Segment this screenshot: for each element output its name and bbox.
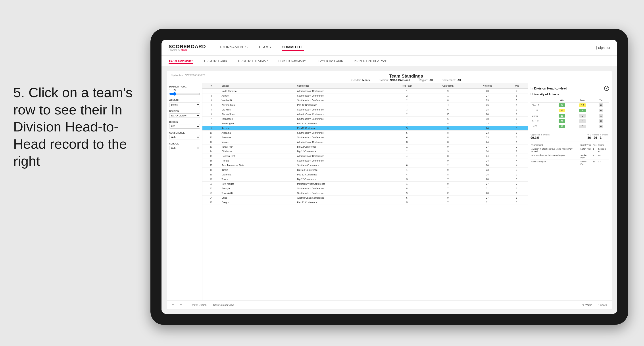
sign-out-link[interactable]: | Sign out bbox=[596, 46, 610, 49]
tournaments-section: Tournament Event Type Pos Score Jackson … bbox=[530, 141, 609, 166]
reg-rank-cell: 2 bbox=[387, 98, 427, 103]
conf-rank-cell: 6 bbox=[427, 117, 469, 121]
undo-button[interactable]: ↩ bbox=[170, 303, 175, 307]
share-button[interactable]: ↗ Share bbox=[596, 303, 608, 307]
table-row[interactable]: 6 Florida State Atlantic Coast Conferenc… bbox=[202, 112, 528, 117]
school-cell: California bbox=[220, 172, 296, 177]
conf-rank-cell: 9 bbox=[427, 149, 469, 154]
table-row[interactable]: 22 Georgia Southeastern Conference 8 7 2… bbox=[202, 186, 528, 191]
table-row[interactable]: 20 Texas Big 12 Conference 3 7 20 0 bbox=[202, 177, 528, 182]
rank-cell: 3 bbox=[202, 98, 220, 103]
table-row[interactable]: 13 Texas Tech Big 12 Conference 1 9 27 2 bbox=[202, 145, 528, 149]
redo-button[interactable]: ↪ bbox=[179, 303, 184, 307]
reg-rank-cell: 5 bbox=[387, 126, 427, 131]
gender-select[interactable]: Men's Women's bbox=[169, 103, 200, 107]
h2h-tie: 0 bbox=[593, 108, 609, 113]
school-cell: Washington bbox=[220, 121, 296, 126]
col-rank: # bbox=[202, 83, 220, 89]
win-cell: 1 bbox=[506, 195, 528, 200]
tournament-row: Cabo Collegiate Stroke Play 11 17 bbox=[530, 160, 609, 166]
conference-cell: Southern Conference bbox=[295, 163, 387, 168]
tourn-name: Arizona Thunderbirds Intercollegiate bbox=[530, 153, 580, 160]
reg-rank-cell: 1 bbox=[387, 145, 427, 149]
h2h-loss: 13 bbox=[572, 103, 593, 108]
rank-cell: 14 bbox=[202, 149, 220, 154]
table-row[interactable]: 11 Arkansas Southeastern Conference 6 8 … bbox=[202, 135, 528, 140]
sub-nav: TEAM SUMMARY TEAM H2H GRID TEAM H2H HEAT… bbox=[162, 56, 617, 66]
conf-rank-cell: 8 bbox=[427, 140, 469, 145]
nav-tournaments[interactable]: TOURNAMENTS bbox=[219, 44, 248, 51]
table-row[interactable]: 8 Washington Pac-12 Conference 2 8 23 1 bbox=[202, 121, 528, 126]
no-rnds-cell: 27 bbox=[469, 145, 506, 149]
col-conference: Conference bbox=[295, 83, 387, 89]
save-custom-button[interactable]: Save Custom View bbox=[212, 303, 235, 307]
rounds-slider[interactable] bbox=[169, 92, 200, 96]
conference-cell: Southeastern Conference bbox=[295, 135, 387, 140]
tourn-col-pos: Pos bbox=[592, 143, 598, 147]
table-row[interactable]: 23 Texas A&M Southeastern Conference 9 1… bbox=[202, 191, 528, 195]
panel-body: Minimum Rou... 4 – 20 Gender bbox=[167, 83, 612, 300]
region-select[interactable]: N/A All bbox=[169, 124, 200, 129]
table-row[interactable]: 7 Tennessee Southeastern Conference 4 6 … bbox=[202, 117, 528, 121]
h2h-range: Top 10 bbox=[530, 103, 552, 108]
school-cell: Georgia bbox=[220, 186, 296, 191]
sub-nav-player-h2h-grid[interactable]: PLAYER H2H GRID bbox=[316, 58, 343, 63]
table-row[interactable]: 5 Ole Miss Southeastern Conference 3 6 1… bbox=[202, 107, 528, 112]
table-row[interactable]: 15 Georgia Tech Atlantic Coast Conferenc… bbox=[202, 154, 528, 159]
table-row[interactable]: 18 Illinois Big Ten Conference 1 9 23 3 bbox=[202, 168, 528, 172]
sidebar-conference-filter: Conference (All) Atlantic Coast Conferen… bbox=[169, 132, 200, 139]
standings-body: 1 North Carolina Atlantic Coast Conferen… bbox=[202, 89, 528, 205]
win-cell: 1 bbox=[506, 191, 528, 195]
table-row[interactable]: 17 East Tennessee State Southern Confere… bbox=[202, 163, 528, 168]
table-row[interactable]: 24 Duke Atlantic Coast Conference 5 9 27… bbox=[202, 195, 528, 200]
rank-cell: 25 bbox=[202, 200, 220, 205]
conference-cell: Atlantic Coast Conference bbox=[295, 140, 387, 145]
table-row[interactable]: 25 Oregon Pac-12 Conference 5 7 21 0 bbox=[202, 200, 528, 205]
table-row[interactable]: 14 Oklahoma Big 12 Conference 2 9 24 2 bbox=[202, 149, 528, 154]
table-row[interactable]: 21 New Mexico Mountain West Conference 1… bbox=[202, 182, 528, 186]
conf-rank-cell: 9 bbox=[427, 195, 469, 200]
panel-header: Update time: 27/03/2024 16:56:26 Team St… bbox=[167, 71, 612, 83]
sub-nav-team-h2h-grid[interactable]: TEAM H2H GRID bbox=[204, 58, 227, 63]
tourn-type: Stroke Play bbox=[580, 160, 592, 166]
win-cell: 1 bbox=[506, 112, 528, 117]
sub-nav-player-summary[interactable]: PLAYER SUMMARY bbox=[278, 58, 306, 63]
sub-nav-team-h2h-heatmap[interactable]: TEAM H2H HEATMAP bbox=[238, 58, 268, 63]
conference-select[interactable]: (All) Atlantic Coast Conference Southeas… bbox=[169, 135, 200, 139]
rank-cell: 12 bbox=[202, 140, 220, 145]
h2h-row: 26-50 25 2 1 bbox=[530, 113, 609, 118]
table-row[interactable]: 1 North Carolina Atlantic Coast Conferen… bbox=[202, 89, 528, 93]
school-cell: Oklahoma bbox=[220, 149, 296, 154]
win-cell: 0 bbox=[506, 177, 528, 182]
nav-teams[interactable]: TEAMS bbox=[258, 44, 271, 51]
table-row[interactable]: 3 Vanderbilt Southeastern Conference 2 8… bbox=[202, 98, 528, 103]
table-row[interactable]: 4 Arizona State Pac-12 Conference 4 4 26… bbox=[202, 103, 528, 107]
table-row[interactable]: 16 Florida Southeastern Conference 7 9 2… bbox=[202, 159, 528, 163]
rank-cell: 13 bbox=[202, 145, 220, 149]
watch-button[interactable]: 👁 Watch bbox=[581, 303, 594, 307]
nav-committee[interactable]: COMMITTEE bbox=[282, 44, 304, 51]
view-original-button[interactable]: View: Original bbox=[191, 303, 208, 307]
table-row[interactable]: 2 Auburn Southeastern Conference 2 1 27 … bbox=[202, 93, 528, 98]
sub-nav-player-h2h-heatmap[interactable]: PLAYER H2H HEATMAP bbox=[354, 58, 387, 63]
logo-title: SCOREBOARD bbox=[168, 44, 206, 49]
school-select[interactable]: (All) bbox=[169, 146, 200, 150]
table-row[interactable]: 12 Virginia Atlantic Coast Conference 3 … bbox=[202, 140, 528, 145]
nav-items: TOURNAMENTS TEAMS COMMITTEE bbox=[219, 44, 583, 51]
no-rnds-cell: 21 bbox=[469, 186, 506, 191]
conf-rank-cell: 10 bbox=[427, 112, 469, 117]
table-row[interactable]: 19 California Pac-12 Conference 4 8 24 2 bbox=[202, 172, 528, 177]
sub-nav-team-summary[interactable]: TEAM SUMMARY bbox=[168, 58, 193, 64]
h2h-col-loss: Loss bbox=[572, 98, 593, 103]
h2h-tie: 1 bbox=[593, 113, 609, 118]
no-rnds-cell: 23 bbox=[469, 135, 506, 140]
conference-cell: Pac-12 Conference bbox=[295, 126, 387, 131]
division-select[interactable]: NCAA Division I NCAA Division II NCAA Di… bbox=[169, 113, 200, 118]
division-filter: Division: NCAA Division I bbox=[378, 79, 410, 82]
h2h-close-button[interactable]: ✕ bbox=[604, 86, 609, 91]
table-row[interactable]: 9 Arizona Pac-12 Conference 5 8 24 3 bbox=[202, 126, 528, 131]
reg-rank-cell: 7 bbox=[387, 159, 427, 163]
rank-cell: 15 bbox=[202, 154, 220, 159]
no-rnds-cell: 26 bbox=[469, 103, 506, 107]
table-row[interactable]: 10 Alabama Southeastern Conference 5 8 2… bbox=[202, 131, 528, 135]
